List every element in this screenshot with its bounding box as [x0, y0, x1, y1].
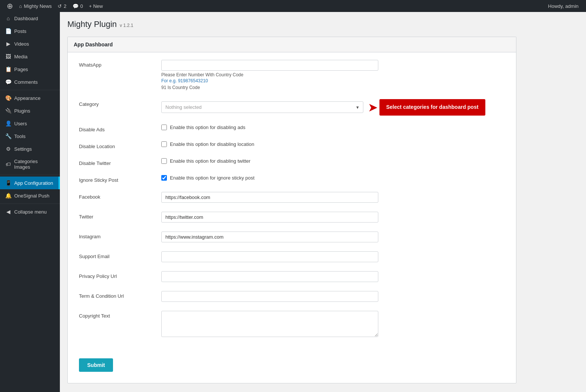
- sidebar-item-users[interactable]: 👤 Users: [0, 117, 60, 130]
- instagram-label: Instagram: [79, 232, 154, 239]
- ignore-sticky-post-label: Ignore Sticky Post: [79, 175, 154, 183]
- copyright-text-label: Copyright Text: [79, 311, 154, 319]
- pages-icon: 📋: [5, 66, 11, 72]
- privacy-policy-label: Privacy Policy Url: [79, 271, 154, 279]
- sidebar-label-videos: Videos: [14, 41, 29, 47]
- sidebar-separator-3: [0, 203, 60, 204]
- section-title: App Dashboard: [74, 42, 113, 48]
- support-email-field: [161, 251, 378, 262]
- category-row: Category Nothing selected ▼ ➤ Select cat…: [79, 99, 505, 116]
- plugins-icon: 🔌: [5, 108, 11, 114]
- disable-ads-checkbox-row: Enable this option for disabling ads: [161, 125, 378, 130]
- sidebar-item-app-configuration[interactable]: 📱 App Configuration: [0, 177, 60, 189]
- copyright-text-row: Copyright Text: [79, 311, 505, 338]
- ignore-sticky-post-checkbox[interactable]: [161, 175, 167, 181]
- sidebar-item-onesignal-push[interactable]: 🔔 OneSignal Push: [0, 189, 60, 202]
- sidebar-item-media[interactable]: 🖼 Media: [0, 50, 60, 63]
- sidebar-label-collapse: Collapse menu: [14, 209, 47, 215]
- adminbar-howdy: Howdy, admin: [544, 3, 582, 9]
- whatsapp-input[interactable]: [161, 60, 378, 71]
- privacy-policy-input[interactable]: [161, 271, 378, 282]
- admin-bar: ⊕ ⌂ Mighty News ↺ 2 💬 0 + New Howdy, adm…: [0, 0, 586, 12]
- whatsapp-help3: 91 Is Country Code: [161, 85, 378, 90]
- disable-ads-label: Disable Ads: [79, 125, 154, 132]
- facebook-label: Facebook: [79, 192, 154, 200]
- sidebar-item-tools[interactable]: 🔧 Tools: [0, 130, 60, 143]
- twitter-input[interactable]: [161, 212, 378, 223]
- main-content: Mighty Plugin v 1.2.1 App Dashboard What…: [60, 12, 586, 392]
- whatsapp-label: WhatsApp: [79, 60, 154, 68]
- disable-location-row: Disable Location Enable this option for …: [79, 141, 505, 149]
- sidebar-label-settings: Settings: [14, 146, 32, 152]
- sidebar-item-settings[interactable]: ⚙ Settings: [0, 143, 60, 155]
- sidebar-item-dashboard[interactable]: ⌂ Dashboard: [0, 12, 60, 25]
- wp-logo-icon[interactable]: ⊕: [4, 1, 16, 10]
- sidebar-item-plugins[interactable]: 🔌 Plugins: [0, 104, 60, 117]
- term-condition-input[interactable]: [161, 291, 378, 302]
- comments-icon: 💬: [5, 79, 11, 85]
- disable-location-checkbox[interactable]: [161, 141, 167, 147]
- sidebar-item-videos[interactable]: ▶ Videos: [0, 37, 60, 50]
- disable-location-checkbox-row: Enable this option for disabling locatio…: [161, 141, 378, 147]
- settings-box-header: App Dashboard: [68, 37, 516, 52]
- sidebar-label-app-configuration: App Configuration: [14, 180, 53, 186]
- sidebar-item-categories-images[interactable]: 🏷 Categories Images: [0, 155, 60, 173]
- disable-ads-checkbox-label: Enable this option for disabling ads: [170, 125, 245, 130]
- privacy-policy-row: Privacy Policy Url: [79, 271, 505, 282]
- sidebar-item-collapse[interactable]: ◀ Collapse menu: [0, 205, 60, 218]
- disable-ads-row: Disable Ads Enable this option for disab…: [79, 125, 505, 132]
- disable-twitter-checkbox-row: Enable this option for disabling twitter: [161, 158, 378, 164]
- facebook-field: [161, 192, 378, 203]
- sidebar-label-onesignal: OneSignal Push: [14, 193, 49, 199]
- sidebar-label-pages: Pages: [14, 67, 28, 72]
- copyright-text-field: [161, 311, 378, 338]
- privacy-policy-field: [161, 271, 378, 282]
- settings-form: WhatsApp Please Enter Number With Countr…: [68, 52, 516, 355]
- adminbar-updates[interactable]: ↺ 2: [55, 3, 69, 9]
- copyright-text-input[interactable]: [161, 311, 378, 337]
- adminbar-new[interactable]: + New: [86, 3, 106, 9]
- whatsapp-field: Please Enter Number With Country Code Fo…: [161, 60, 378, 90]
- tools-icon: 🔧: [5, 133, 11, 139]
- sidebar-item-pages[interactable]: 📋 Pages: [0, 63, 60, 76]
- submit-button[interactable]: Submit: [79, 358, 113, 372]
- instagram-row: Instagram: [79, 232, 505, 242]
- sidebar-item-appearance[interactable]: 🎨 Appearance: [0, 92, 60, 104]
- sidebar-label-categories-images: Categories Images: [14, 159, 55, 170]
- videos-icon: ▶: [5, 41, 11, 47]
- term-condition-label: Term & Condition Url: [79, 291, 154, 299]
- plugin-header: Mighty Plugin v 1.2.1: [67, 19, 579, 29]
- site-name: Mighty News: [24, 3, 52, 9]
- annotation-arrow-icon: ➤: [368, 101, 378, 113]
- category-select[interactable]: Nothing selected: [161, 101, 363, 113]
- disable-twitter-field: Enable this option for disabling twitter: [161, 158, 378, 164]
- disable-location-checkbox-label: Enable this option for disabling locatio…: [170, 141, 254, 147]
- instagram-input[interactable]: [161, 232, 378, 242]
- sidebar-label-appearance: Appearance: [14, 95, 40, 101]
- disable-ads-field: Enable this option for disabling ads: [161, 125, 378, 130]
- sidebar-item-posts[interactable]: 📄 Posts: [0, 25, 60, 37]
- updates-icon: ↺: [58, 3, 62, 9]
- adminbar-site-link[interactable]: ⌂ Mighty News: [16, 3, 55, 9]
- facebook-input[interactable]: [161, 192, 378, 203]
- support-email-input[interactable]: [161, 251, 378, 262]
- annotation-box: Select categories for dashboard post: [379, 99, 485, 116]
- adminbar-comments[interactable]: 💬 0: [70, 3, 86, 9]
- category-select-wrap: Nothing selected ▼: [161, 101, 363, 113]
- disable-twitter-row: Disable Twitter Enable this option for d…: [79, 158, 505, 166]
- disable-ads-checkbox[interactable]: [161, 125, 167, 130]
- onesignal-icon: 🔔: [5, 193, 11, 199]
- ignore-sticky-post-field: Enable this option for ignore sticky pos…: [161, 175, 378, 181]
- sidebar-separator-2: [0, 175, 60, 175]
- whatsapp-help1: Please Enter Number With Country Code: [161, 72, 378, 77]
- disable-twitter-checkbox[interactable]: [161, 158, 167, 164]
- plugin-title: Mighty Plugin: [67, 19, 117, 29]
- disable-twitter-label: Disable Twitter: [79, 158, 154, 166]
- twitter-row: Twitter: [79, 212, 505, 223]
- sidebar-label-users: Users: [14, 121, 27, 126]
- app-configuration-icon: 📱: [5, 180, 11, 186]
- disable-location-label: Disable Location: [79, 141, 154, 149]
- whatsapp-row: WhatsApp Please Enter Number With Countr…: [79, 60, 505, 90]
- comments-icon: 💬: [73, 3, 79, 9]
- sidebar-item-comments[interactable]: 💬 Comments: [0, 76, 60, 88]
